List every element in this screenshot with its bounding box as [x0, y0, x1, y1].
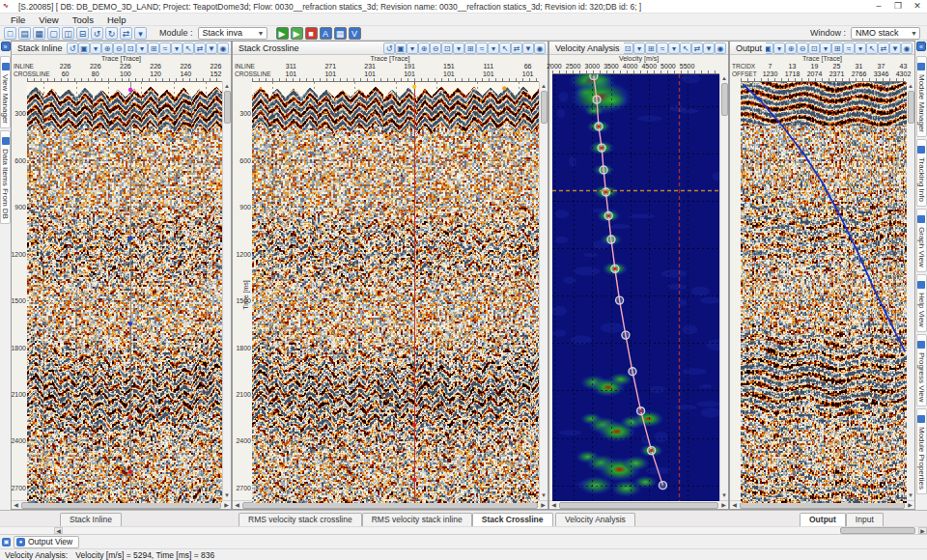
sidebar-tab-view-manager[interactable]: View Manager	[0, 56, 11, 128]
fit-view-icon[interactable]: ⊞	[645, 42, 657, 54]
edit-picks-icon[interactable]: ◉	[534, 42, 546, 54]
scroll-down-icon[interactable]: ▼	[907, 491, 915, 500]
edit-picks-icon[interactable]: ◉	[715, 42, 726, 54]
collapse-right-icon[interactable]: «	[916, 42, 926, 51]
edit-picks-icon[interactable]: ◉	[217, 42, 229, 54]
menu-help[interactable]: Help	[100, 14, 133, 26]
menu-view[interactable]: View	[32, 14, 65, 26]
display-caret-icon[interactable]: ▾	[855, 42, 866, 54]
pointer-tool-icon[interactable]: ↖	[866, 42, 878, 54]
scroll-up-icon[interactable]: ▲	[540, 82, 548, 91]
tile-vertical-icon[interactable]: ⊟	[76, 27, 89, 40]
scroll-down-icon[interactable]: ▼	[720, 491, 729, 500]
pan-tool-icon[interactable]: ⇄	[878, 42, 889, 54]
display-curve-icon[interactable]: ≈	[657, 42, 668, 54]
scroll-down-icon[interactable]: ▼	[540, 491, 548, 500]
menu-file[interactable]: File	[4, 14, 32, 26]
fit-view-icon[interactable]: ⊞	[831, 42, 843, 54]
sidebar-tab-module-manager[interactable]: Module Manager	[916, 56, 927, 137]
tile-horizontal-icon[interactable]: ◫	[62, 27, 74, 40]
scroll-right-icon[interactable]: ▶	[719, 501, 728, 510]
save-layout-icon[interactable]: ▦	[33, 27, 45, 40]
view-tab-rms-velocity-stack-crossline[interactable]: RMS velocity stack crossline	[239, 513, 362, 527]
display-curve-icon[interactable]: ≈	[159, 42, 171, 54]
tab-scroll-thumb[interactable]	[840, 527, 915, 534]
zoom-box-icon[interactable]: ⊡	[125, 42, 136, 54]
scroll-right-icon[interactable]: ▶	[906, 501, 914, 510]
vscroll-thumb[interactable]	[224, 91, 231, 124]
tab-scroll-right-icon[interactable]: ▶	[918, 527, 927, 534]
view-mode-icon[interactable]: ▣	[78, 42, 90, 54]
zoom-in-icon[interactable]: ⊕	[418, 42, 430, 54]
pan-tool-icon[interactable]: ⇄	[194, 42, 206, 54]
view-tab-output[interactable]: Output	[800, 513, 846, 527]
view-mode-caret-icon[interactable]: ▾	[407, 42, 418, 54]
window-dropdown[interactable]: NMO stack ▼	[851, 27, 920, 40]
export-view-icon[interactable]: ▼	[889, 42, 901, 54]
scroll-right-icon[interactable]: ▶	[539, 501, 548, 510]
maximize-button[interactable]: ❐	[888, 0, 908, 14]
sync-caret-icon[interactable]: ▾	[134, 27, 147, 40]
zoom-box-icon[interactable]: ⊡	[808, 42, 820, 54]
stop-flow-icon[interactable]: ■	[305, 27, 318, 40]
module-grid-icon[interactable]: ▦	[334, 27, 347, 40]
view-mode-caret-icon[interactable]: ▾	[773, 42, 785, 54]
zoom-caret-icon[interactable]: ▾	[453, 42, 464, 54]
export-view-icon[interactable]: ▼	[522, 42, 534, 54]
sidebar-tab-module-properties[interactable]: Module Properties	[916, 408, 927, 494]
zoom-out-icon[interactable]: ⊖	[113, 42, 125, 54]
pointer-tool-icon[interactable]: ↖	[499, 42, 511, 54]
module-velocity-icon[interactable]: V	[349, 27, 361, 40]
scroll-left-icon[interactable]: ◀	[730, 501, 739, 510]
stack-inline-plot[interactable]	[27, 82, 222, 503]
vscroll-thumb[interactable]	[541, 91, 548, 124]
display-curve-icon[interactable]: ≈	[843, 42, 855, 54]
view-mode-icon[interactable]: ▣	[766, 42, 773, 54]
hscroll-thumb[interactable]	[559, 502, 718, 509]
view-tab-stack-crossline[interactable]: Stack Crossline	[472, 513, 553, 527]
module-dropdown[interactable]: Stack inva ▼	[198, 27, 267, 40]
sidebar-tab-help-view[interactable]: Help View	[916, 274, 927, 332]
scroll-up-icon[interactable]: ▲	[223, 82, 232, 91]
stack-crossline-plot[interactable]	[252, 82, 539, 503]
zoom-in-icon[interactable]: ⊕	[785, 42, 797, 54]
view-tab-input[interactable]: Input	[846, 513, 884, 527]
menu-tools[interactable]: Tools	[66, 14, 100, 26]
zoom-out-icon[interactable]: ⊖	[797, 42, 808, 54]
zoom-out-icon[interactable]: ⊖	[430, 42, 441, 54]
minimize-button[interactable]: –	[869, 0, 888, 14]
view-mode-caret-icon[interactable]: ▾	[90, 42, 101, 54]
view-tab-stack-inline[interactable]: Stack Inline	[60, 513, 122, 527]
scroll-right-icon[interactable]: ▶	[222, 501, 231, 510]
tab-scroll-left-icon[interactable]: ◀	[54, 527, 63, 534]
close-button[interactable]: ✕	[908, 0, 927, 14]
sidebar-tab-progress-view[interactable]: Progress View	[916, 334, 927, 406]
display-caret-icon[interactable]: ▾	[171, 42, 183, 54]
run-flow-icon[interactable]: ▶	[276, 27, 289, 40]
zoom-caret-icon[interactable]: ▾	[136, 42, 148, 54]
view-tab-rms-velocity-stack-inline[interactable]: RMS velocity stack inline	[362, 513, 472, 527]
pointer-tool-icon[interactable]: ↖	[680, 42, 691, 54]
sidebar-tab-tracking-info[interactable]: Tracking Info	[916, 139, 927, 207]
output-view-tab[interactable]: ● Output View	[14, 536, 79, 548]
refresh-icon[interactable]: ↺	[383, 42, 395, 54]
velocity-semblance-plot[interactable]	[552, 74, 719, 501]
display-caret-icon[interactable]: ▾	[668, 42, 680, 54]
display-caret-icon[interactable]: ▾	[488, 42, 499, 54]
redo-icon[interactable]: ↻	[105, 27, 118, 40]
sync-views-icon[interactable]: ⇄	[120, 27, 132, 40]
export-view-icon[interactable]: ▼	[703, 42, 715, 54]
module-analysis-icon[interactable]: A	[320, 27, 332, 40]
vscroll-thumb[interactable]	[908, 91, 914, 124]
scroll-up-icon[interactable]: ▲	[907, 82, 915, 91]
refresh-icon[interactable]: ↺	[67, 42, 78, 54]
zoom-caret-icon[interactable]: ▾	[633, 42, 645, 54]
scroll-left-icon[interactable]: ◀	[12, 501, 20, 510]
fit-view-icon[interactable]: ⊞	[148, 42, 159, 54]
open-layout-icon[interactable]: ▤	[18, 27, 31, 40]
new-view-icon[interactable]: □	[4, 27, 16, 40]
view-tab-velocity-analysis[interactable]: Velocity Analysis	[555, 513, 635, 527]
undo-icon[interactable]: ↺	[91, 27, 103, 40]
scroll-up-icon[interactable]: ▲	[720, 74, 729, 83]
display-curve-icon[interactable]: ≈	[476, 42, 488, 54]
